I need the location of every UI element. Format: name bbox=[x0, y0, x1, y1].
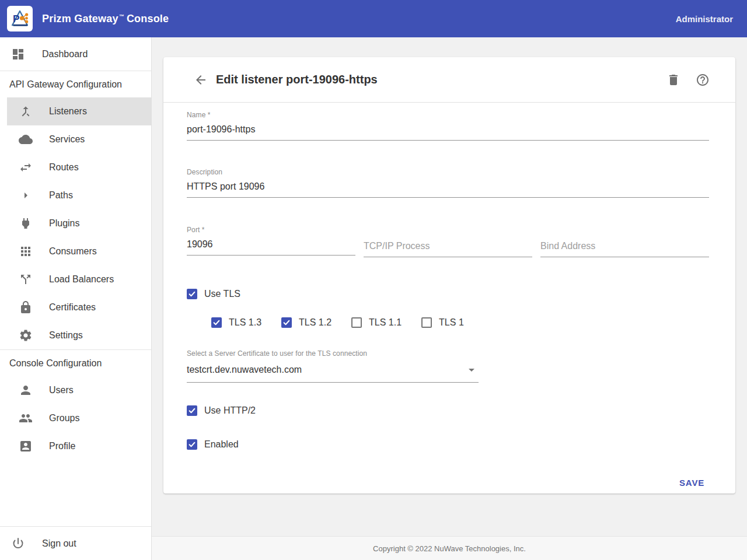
name-input[interactable] bbox=[187, 119, 709, 141]
delete-button[interactable] bbox=[666, 73, 680, 87]
checkbox-label: TLS 1.3 bbox=[229, 317, 261, 328]
sidebar-item-label: Services bbox=[49, 134, 85, 145]
checkbox-box bbox=[351, 317, 362, 328]
sidebar-item-users[interactable]: Users bbox=[0, 376, 151, 404]
sidebar-item-routes[interactable]: Routes bbox=[0, 153, 151, 181]
checkbox-label: TLS 1.2 bbox=[299, 317, 331, 328]
checkbox-box bbox=[421, 317, 432, 328]
card-header: Edit listener port-19096-https bbox=[163, 57, 735, 102]
description-field-group: Description bbox=[187, 168, 709, 198]
sidebar-item-profile[interactable]: Profile bbox=[0, 432, 151, 460]
edit-listener-card: Edit listener port-19096-https Name * bbox=[163, 57, 735, 494]
check-icon bbox=[188, 290, 196, 298]
sidebar-item-services[interactable]: Services bbox=[0, 125, 151, 153]
checkbox-box bbox=[187, 405, 197, 416]
save-row: SAVE bbox=[187, 473, 709, 492]
current-user-label[interactable]: Administrator bbox=[676, 14, 733, 24]
checkbox-box bbox=[281, 317, 292, 328]
tls-1-2-checkbox[interactable]: TLS 1.2 bbox=[281, 317, 331, 328]
lock-icon bbox=[19, 300, 33, 314]
call-split-icon bbox=[19, 272, 33, 286]
description-field-label: Description bbox=[187, 168, 709, 176]
sidebar-item-label: Sign out bbox=[42, 538, 76, 549]
back-button[interactable] bbox=[194, 73, 208, 87]
save-button[interactable]: SAVE bbox=[675, 473, 709, 492]
checkbox-box bbox=[211, 317, 222, 328]
dashboard-icon bbox=[11, 47, 25, 61]
power-plug-icon bbox=[19, 216, 33, 230]
trademark-symbol: ™ bbox=[119, 13, 124, 19]
port-field-group: Port * bbox=[187, 226, 355, 257]
sidebar-item-plugins[interactable]: Plugins bbox=[0, 209, 151, 237]
listener-form: Name * Description Port * bbox=[163, 103, 735, 494]
arrow-right-icon bbox=[19, 188, 33, 202]
sidebar-item-label: Settings bbox=[49, 330, 83, 341]
sidebar-item-label: Consumers bbox=[49, 246, 97, 257]
sidebar-item-label: Groups bbox=[49, 413, 79, 424]
description-input[interactable] bbox=[187, 176, 709, 198]
help-button[interactable] bbox=[696, 73, 710, 87]
main-content: Edit listener port-19096-https Name * bbox=[152, 37, 747, 560]
sidebar-item-certificates[interactable]: Certificates bbox=[0, 293, 151, 321]
sidebar-item-label: Users bbox=[49, 385, 74, 396]
call-merge-icon bbox=[19, 104, 33, 118]
page-title: Edit listener port-19096-https bbox=[216, 73, 378, 86]
people-icon bbox=[19, 411, 33, 425]
enabled-row: Enabled bbox=[187, 439, 709, 451]
sidebar-item-settings[interactable]: Settings bbox=[0, 321, 151, 349]
checkbox-label: TLS 1 bbox=[439, 317, 464, 328]
sidebar-item-label: Routes bbox=[49, 162, 79, 173]
use-http2-checkbox[interactable]: Use HTTP/2 bbox=[187, 405, 256, 416]
checkbox-box bbox=[187, 289, 197, 299]
port-row: Port * bbox=[187, 226, 709, 257]
sidebar-item-label: Load Balancers bbox=[49, 274, 114, 285]
tcpip-process-input[interactable] bbox=[364, 236, 532, 257]
sign-out-button[interactable]: Sign out bbox=[0, 527, 151, 560]
use-tls-checkbox[interactable]: Use TLS bbox=[187, 289, 240, 299]
sidebar-item-consumers[interactable]: Consumers bbox=[0, 237, 151, 265]
swap-horizontal-icon bbox=[19, 160, 33, 174]
tls-1-checkbox[interactable]: TLS 1 bbox=[421, 317, 464, 328]
chevron-down-icon bbox=[465, 363, 479, 377]
check-icon bbox=[188, 407, 196, 415]
sidebar-item-label: Listeners bbox=[49, 106, 87, 117]
app-bar: P Prizm Gateway™Console Administrator bbox=[0, 0, 747, 37]
tls-1-1-checkbox[interactable]: TLS 1.1 bbox=[351, 317, 402, 328]
sidebar: Dashboard API Gateway Configuration List… bbox=[0, 37, 152, 560]
prizm-logo: P bbox=[7, 6, 33, 32]
sidebar-section-api-gateway: API Gateway Configuration bbox=[0, 71, 151, 97]
checkbox-box bbox=[187, 439, 197, 450]
use-tls-row: Use TLS bbox=[187, 289, 709, 300]
check-icon bbox=[282, 318, 291, 327]
port-input[interactable] bbox=[187, 234, 355, 256]
tls-versions-row: TLS 1.3 TLS 1.2 bbox=[211, 317, 709, 328]
use-http2-row: Use HTTP/2 bbox=[187, 405, 709, 417]
svg-text:P: P bbox=[13, 13, 20, 24]
sidebar-item-label: Certificates bbox=[49, 302, 96, 313]
checkbox-label: Enabled bbox=[204, 439, 239, 450]
cloud-icon bbox=[19, 132, 33, 146]
sidebar-item-paths[interactable]: Paths bbox=[0, 181, 151, 209]
sidebar-section-console-config: Console Configuration bbox=[0, 350, 151, 376]
certificate-field-group: Select a Server Certificate to user for … bbox=[187, 349, 479, 383]
certificate-selected-value: testcrt.dev.nuwavetech.com bbox=[187, 365, 465, 375]
apps-grid-icon bbox=[19, 244, 33, 258]
port-field-label: Port * bbox=[187, 226, 355, 234]
bind-address-field-group bbox=[540, 226, 709, 257]
sidebar-item-listeners[interactable]: Listeners bbox=[7, 97, 151, 125]
name-field-group: Name * bbox=[187, 111, 709, 141]
sidebar-item-dashboard[interactable]: Dashboard bbox=[0, 37, 151, 71]
name-field-label: Name * bbox=[187, 111, 709, 119]
bind-address-input[interactable] bbox=[540, 236, 709, 257]
check-icon bbox=[188, 440, 196, 449]
enabled-checkbox[interactable]: Enabled bbox=[187, 439, 239, 450]
footer-copyright: Copyright © 2022 NuWave Technologies, In… bbox=[152, 536, 747, 560]
account-box-icon bbox=[19, 439, 33, 453]
certificate-select[interactable]: testcrt.dev.nuwavetech.com bbox=[187, 358, 479, 383]
app-window: P Prizm Gateway™Console Administrator bbox=[0, 0, 747, 560]
person-icon bbox=[19, 383, 33, 397]
certificate-field-label: Select a Server Certificate to user for … bbox=[187, 349, 479, 358]
sidebar-item-groups[interactable]: Groups bbox=[0, 404, 151, 432]
tls-1-3-checkbox[interactable]: TLS 1.3 bbox=[211, 317, 261, 328]
sidebar-item-load-balancers[interactable]: Load Balancers bbox=[0, 265, 151, 293]
